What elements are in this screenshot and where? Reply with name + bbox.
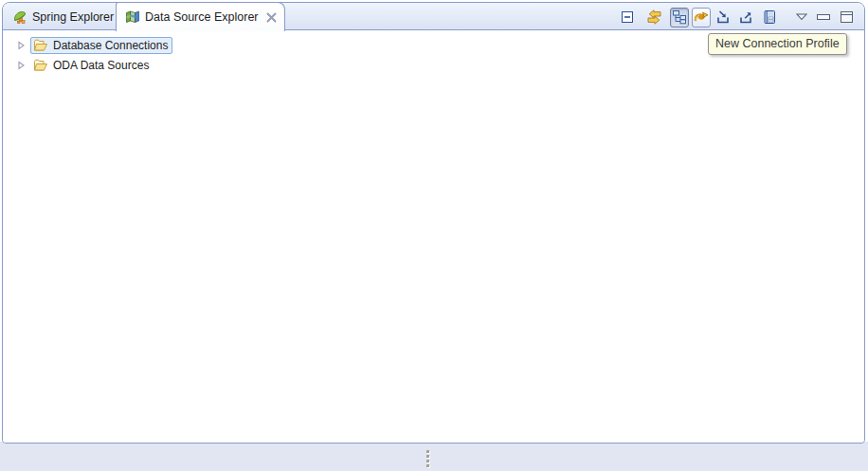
tab-label: Data Source Explorer — [145, 10, 259, 24]
sash-drag-handle[interactable] — [426, 450, 429, 469]
expand-arrow-icon[interactable] — [17, 41, 26, 50]
tree-row[interactable]: ODA Data Sources — [3, 55, 864, 75]
drag-dot — [426, 460, 429, 462]
maximize-button[interactable] — [838, 8, 855, 27]
export-profile-button[interactable] — [736, 8, 755, 27]
data-source-explorer-icon — [125, 9, 140, 25]
close-icon[interactable] — [266, 12, 277, 23]
drag-dot — [426, 464, 429, 467]
drag-dot — [426, 450, 429, 453]
tree-item-label: Database Connections — [53, 39, 168, 52]
tab-spring-explorer[interactable]: Spring Explorer — [3, 3, 123, 30]
import-profile-button[interactable] — [714, 8, 732, 27]
sash-area — [0, 442, 868, 471]
link-with-editor-button[interactable] — [644, 8, 663, 27]
collapse-all-button[interactable] — [618, 8, 637, 27]
tree-content-area: Database Connections ODA D — [3, 30, 864, 443]
tree-item-database-connections[interactable]: Database Connections — [30, 37, 172, 54]
drag-dot — [426, 455, 429, 458]
tree-item-label: ODA Data Sources — [53, 59, 149, 72]
view-toolbar — [618, 6, 855, 28]
folder-icon — [33, 59, 48, 72]
tab-label: Spring Explorer — [32, 10, 114, 24]
view-menu-button[interactable] — [794, 8, 809, 27]
show-category-toggle[interactable] — [670, 8, 689, 27]
expand-arrow-icon[interactable] — [17, 61, 26, 70]
tooltip-new-connection-profile: New Connection Profile — [708, 33, 847, 55]
data-source-explorer-view: Spring Explorer Data Source Explorer — [2, 2, 865, 444]
folder-icon — [33, 39, 48, 52]
tree-item-oda-data-sources[interactable]: ODA Data Sources — [30, 57, 154, 74]
tab-data-source-explorer[interactable]: Data Source Explorer — [116, 2, 285, 31]
spring-explorer-icon — [12, 9, 27, 25]
new-connection-profile-button[interactable] — [692, 8, 711, 27]
save-profiles-button[interactable] — [760, 8, 779, 27]
view-tab-strip: Spring Explorer Data Source Explorer — [3, 3, 864, 30]
minimize-button[interactable] — [815, 8, 832, 27]
